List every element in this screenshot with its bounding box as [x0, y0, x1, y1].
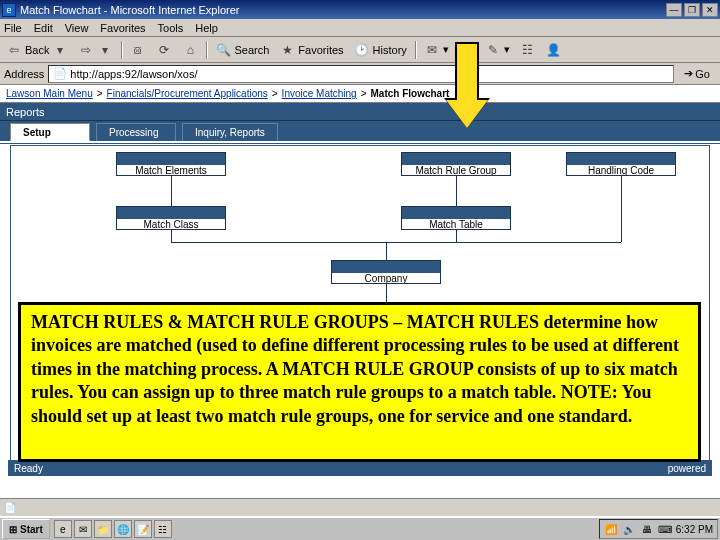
dropdown-icon: ▾: [52, 42, 68, 58]
dropdown-icon: ▾: [97, 42, 113, 58]
node-label: Match Class: [117, 219, 225, 230]
tab-label: Inquiry, Reports: [195, 127, 265, 138]
ql-icon[interactable]: ☷: [154, 520, 172, 538]
tray-icon[interactable]: 📶: [604, 522, 618, 536]
discuss-icon: ☷: [520, 42, 536, 58]
home-icon: ⌂: [182, 42, 198, 58]
node-handling-code[interactable]: Handling Code: [566, 152, 676, 176]
annotation-box: MATCH RULES & MATCH RULE GROUPS – MATCH …: [18, 302, 701, 462]
restore-button[interactable]: ❐: [684, 3, 700, 17]
forward-icon: ⇨: [78, 42, 94, 58]
node-label: Company: [332, 273, 440, 284]
go-icon: ➔: [684, 67, 693, 80]
forward-button[interactable]: ⇨▾: [74, 40, 117, 60]
back-label: Back: [25, 44, 49, 56]
node-match-table[interactable]: Match Table: [401, 206, 511, 230]
node-label: Match Rule Group: [402, 165, 510, 176]
ql-icon[interactable]: ✉: [74, 520, 92, 538]
minimize-button[interactable]: —: [666, 3, 682, 17]
node-label: Match Table: [402, 219, 510, 230]
favorites-button[interactable]: ★Favorites: [275, 40, 347, 60]
stop-icon: ⦻: [130, 42, 146, 58]
start-label: Start: [20, 524, 43, 535]
ready-label: Ready: [14, 463, 43, 474]
windows-icon: ⊞: [9, 524, 17, 535]
menu-favorites[interactable]: Favorites: [100, 22, 145, 34]
history-icon: 🕑: [354, 42, 370, 58]
search-icon: 🔍: [215, 42, 231, 58]
tab-label: Processing: [109, 127, 158, 138]
breadcrumb-current: Match Flowchart: [371, 88, 450, 99]
discuss-button[interactable]: ☷: [516, 40, 540, 60]
tab-label: Setup: [23, 127, 51, 138]
messenger-button[interactable]: 👤: [542, 40, 566, 60]
back-button[interactable]: ⇦Back▾: [2, 40, 72, 60]
stop-button[interactable]: ⦻: [126, 40, 150, 60]
tray-icon[interactable]: 🖶: [640, 522, 654, 536]
favorites-label: Favorites: [298, 44, 343, 56]
tab-inquiry[interactable]: Inquiry, Reports: [182, 123, 278, 141]
tabs: Setup Processing Inquiry, Reports: [0, 121, 720, 141]
system-tray: 📶 🔊 🖶 ⌨ 6:32 PM: [599, 519, 718, 539]
refresh-button[interactable]: ⟳: [152, 40, 176, 60]
node-label: Handling Code: [567, 165, 675, 176]
tab-setup[interactable]: Setup: [10, 123, 90, 141]
tab-processing[interactable]: Processing: [96, 123, 176, 141]
breadcrumb: Lawson Main Menu> Financials/Procurement…: [0, 85, 720, 103]
search-button[interactable]: 🔍Search: [211, 40, 273, 60]
titlebar: e Match Flowchart - Microsoft Internet E…: [0, 0, 720, 19]
go-label: Go: [695, 68, 710, 80]
messenger-icon: 👤: [546, 42, 562, 58]
mail-icon: ✉: [424, 42, 440, 58]
node-match-elements[interactable]: Match Elements: [116, 152, 226, 176]
menubar: File Edit View Favorites Tools Help: [0, 19, 720, 37]
ie-status-bar: 📄: [0, 498, 720, 516]
url-input[interactable]: 📄http://apps:92/lawson/xos/: [48, 65, 674, 83]
window-title: Match Flowchart - Microsoft Internet Exp…: [20, 4, 666, 16]
address-bar: Address 📄http://apps:92/lawson/xos/ ➔Go: [0, 63, 720, 85]
tray-icon[interactable]: 🔊: [622, 522, 636, 536]
history-label: History: [373, 44, 407, 56]
node-label: Match Elements: [117, 165, 225, 176]
breadcrumb-item-2[interactable]: Invoice Matching: [282, 88, 357, 99]
toolbar: ⇦Back▾ ⇨▾ ⦻ ⟳ ⌂ 🔍Search ★Favorites 🕑Hist…: [0, 37, 720, 63]
node-match-rule-group[interactable]: Match Rule Group: [401, 152, 511, 176]
favorites-icon: ★: [279, 42, 295, 58]
menu-edit[interactable]: Edit: [34, 22, 53, 34]
ql-icon[interactable]: 📝: [134, 520, 152, 538]
breadcrumb-root[interactable]: Lawson Main Menu: [6, 88, 93, 99]
annotation-arrow: [446, 42, 488, 134]
menu-tools[interactable]: Tools: [158, 22, 184, 34]
node-match-class[interactable]: Match Class: [116, 206, 226, 230]
address-label: Address: [4, 68, 44, 80]
reports-label: Reports: [6, 106, 45, 118]
ql-icon[interactable]: e: [54, 520, 72, 538]
app-status: Ready powered: [8, 460, 712, 476]
close-button[interactable]: ✕: [702, 3, 718, 17]
url-text: http://apps:92/lawson/xos/: [70, 68, 197, 80]
ie-icon: e: [2, 3, 16, 17]
search-label: Search: [234, 44, 269, 56]
annotation-text: MATCH RULES & MATCH RULE GROUPS – MATCH …: [31, 312, 679, 426]
breadcrumb-item-1[interactable]: Financials/Procurement Applications: [107, 88, 268, 99]
menu-view[interactable]: View: [65, 22, 89, 34]
ql-icon[interactable]: 🌐: [114, 520, 132, 538]
home-button[interactable]: ⌂: [178, 40, 202, 60]
refresh-icon: ⟳: [156, 42, 172, 58]
ql-icon[interactable]: 📁: [94, 520, 112, 538]
start-button[interactable]: ⊞ Start: [2, 519, 50, 539]
go-button[interactable]: ➔Go: [678, 65, 716, 83]
node-company[interactable]: Company: [331, 260, 441, 284]
powered-label: powered: [668, 463, 706, 474]
clock: 6:32 PM: [676, 524, 713, 535]
tray-icon[interactable]: ⌨: [658, 522, 672, 536]
section-bar: Reports: [0, 103, 720, 121]
page-icon: 📄: [4, 502, 16, 513]
menu-file[interactable]: File: [4, 22, 22, 34]
menu-help[interactable]: Help: [195, 22, 218, 34]
history-button[interactable]: 🕑History: [350, 40, 411, 60]
quicklaunch: e ✉ 📁 🌐 📝 ☷: [54, 520, 172, 538]
back-icon: ⇦: [6, 42, 22, 58]
page-icon: 📄: [53, 67, 67, 80]
taskbar: ⊞ Start e ✉ 📁 🌐 📝 ☷ 📶 🔊 🖶 ⌨ 6:32 PM: [0, 516, 720, 540]
